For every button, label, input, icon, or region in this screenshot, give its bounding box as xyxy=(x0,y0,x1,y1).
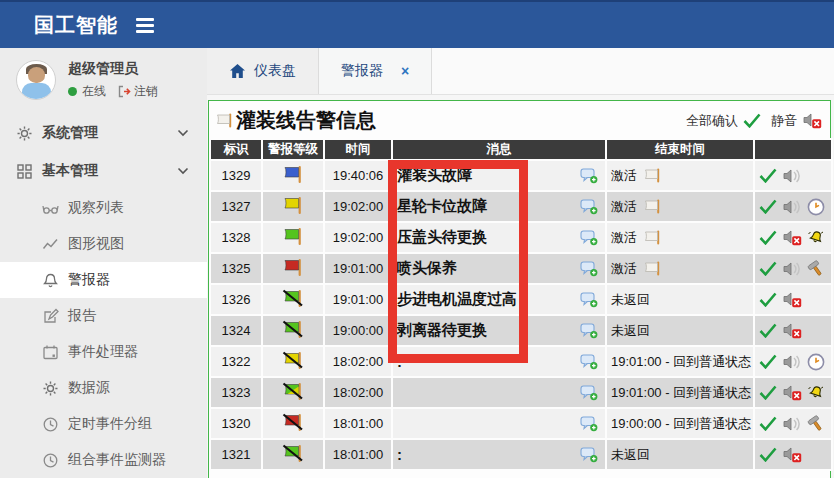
message-bubble-icon[interactable] xyxy=(580,167,599,184)
table-header-row: 标识 警报等级 时间 消息 结束时间 xyxy=(211,140,831,159)
flag-title-icon xyxy=(215,112,234,129)
message-bubble-icon[interactable] xyxy=(580,322,599,339)
sidebar-item-图形视图[interactable]: 图形视图 xyxy=(0,226,207,262)
speaker-muted-icon[interactable] xyxy=(782,384,802,401)
table-row[interactable]: 1325 19:01:00 喷头保养 激活 xyxy=(211,254,831,283)
confirm-all-button[interactable]: 全部确认 xyxy=(686,112,761,130)
sidebar-item-报告[interactable]: 报告 xyxy=(0,298,207,334)
table-row[interactable]: 1323 18:02:00 19:01:00 - 回到普通状态 xyxy=(211,378,831,407)
table-row[interactable]: 1326 19:01:00 步进电机温度过高 未返回 xyxy=(211,285,831,314)
hammer-icon[interactable] xyxy=(807,260,826,277)
row-actions xyxy=(759,168,827,184)
sidebar-item-事件处理器[interactable]: 事件处理器 xyxy=(0,334,207,370)
message-bubble-icon[interactable] xyxy=(580,446,599,463)
chart-icon xyxy=(42,236,59,253)
alarm-time: 19:00:00 xyxy=(325,316,391,345)
alarm-time: 18:01:00 xyxy=(325,409,391,438)
sidebar-item-观察列表[interactable]: 观察列表 xyxy=(0,190,207,226)
sidebar-item-label: 观察列表 xyxy=(68,199,124,217)
alarm-id: 1322 xyxy=(211,347,261,376)
table-row[interactable]: 1324 19:00:00 剥离器待更换 未返回 xyxy=(211,316,831,345)
check-icon[interactable] xyxy=(759,261,777,276)
clock-icon xyxy=(42,452,59,469)
alarm-end-status: 激活 xyxy=(611,260,637,278)
message-bubble-icon[interactable] xyxy=(580,229,599,246)
tab-dashboard[interactable]: 仪表盘 xyxy=(207,48,319,94)
row-actions xyxy=(759,384,827,401)
bell-icon[interactable] xyxy=(807,229,825,246)
speaker-on-icon[interactable] xyxy=(782,168,802,184)
check-icon[interactable] xyxy=(759,447,777,462)
row-actions xyxy=(759,415,827,432)
check-icon[interactable] xyxy=(759,292,777,307)
clock-icon[interactable] xyxy=(807,198,825,216)
avatar[interactable] xyxy=(16,60,56,100)
check-icon[interactable] xyxy=(759,416,777,431)
check-icon[interactable] xyxy=(759,230,777,245)
tab-close-icon[interactable]: × xyxy=(401,63,409,79)
brand-title: 国工智能 xyxy=(34,12,118,39)
row-actions xyxy=(759,353,827,371)
message-bubble-icon[interactable] xyxy=(580,260,599,277)
speaker-on-icon[interactable] xyxy=(782,354,802,370)
message-bubble-icon[interactable] xyxy=(580,353,599,370)
check-icon[interactable] xyxy=(759,385,777,400)
logout-button[interactable]: 注销 xyxy=(117,83,158,100)
sidebar-item-label: 事件处理器 xyxy=(68,343,138,361)
speaker-muted-icon[interactable] xyxy=(782,322,802,339)
row-actions xyxy=(759,322,827,339)
check-icon[interactable] xyxy=(759,199,777,214)
speaker-muted-icon[interactable] xyxy=(782,229,802,246)
col-header-id: 标识 xyxy=(211,140,261,159)
speaker-on-icon[interactable] xyxy=(782,416,802,432)
mute-label: 静音 xyxy=(771,112,797,130)
confirm-all-check-icon xyxy=(743,113,761,128)
message-bubble-icon[interactable] xyxy=(580,291,599,308)
message-bubble-icon[interactable] xyxy=(580,198,599,215)
sidebar-item-定时事件分组[interactable]: 定时事件分组 xyxy=(0,406,207,442)
table-row[interactable]: 1328 19:02:00 压盖头待更换 激活 xyxy=(211,223,831,252)
alarm-time: 19:02:00 xyxy=(325,223,391,252)
table-row[interactable]: 1327 19:02:00 星轮卡位故障 激活 xyxy=(211,192,831,221)
user-name: 超级管理员 xyxy=(68,60,158,78)
table-row[interactable]: 1329 19:40:06 灌装头故障 激活 xyxy=(211,161,831,190)
bell-icon xyxy=(42,272,59,289)
row-actions xyxy=(759,198,827,216)
alarm-id: 1329 xyxy=(211,161,261,190)
check-icon[interactable] xyxy=(759,323,777,338)
check-icon[interactable] xyxy=(759,354,777,369)
alarm-message: 步进电机温度过高 xyxy=(397,290,517,307)
tab-dashboard-label: 仪表盘 xyxy=(254,62,296,80)
bell-icon[interactable] xyxy=(807,384,825,401)
speaker-on-icon[interactable] xyxy=(782,261,802,277)
hamburger-menu-icon[interactable] xyxy=(136,18,154,33)
tab-alarms[interactable]: 警报器 × xyxy=(319,48,432,94)
speaker-on-icon[interactable] xyxy=(782,199,802,215)
alarm-message: 灌装头故障 xyxy=(397,166,472,183)
row-actions xyxy=(759,229,827,246)
table-row[interactable]: 1322 18:02:00 : 19:01:00 - 回到普通状态 xyxy=(211,347,831,376)
clock-icon[interactable] xyxy=(807,353,825,371)
mute-button[interactable]: 静音 xyxy=(771,112,822,130)
sidebar-item-组合事件监测器[interactable]: 组合事件监测器 xyxy=(0,442,207,478)
sidebar-menu: 系统管理基本管理观察列表图形视图警报器报告事件处理器数据源定时事件分组组合事件监… xyxy=(0,114,207,478)
calendar-icon xyxy=(42,344,59,361)
sidebar-item-数据源[interactable]: 数据源 xyxy=(0,370,207,406)
message-bubble-icon[interactable] xyxy=(580,415,599,432)
speaker-muted-icon[interactable] xyxy=(782,446,802,463)
alarm-id: 1328 xyxy=(211,223,261,252)
table-row[interactable]: 1320 18:01:00 19:00:00 - 回到普通状态 xyxy=(211,409,831,438)
table-row[interactable]: 1321 18:01:00 : 未返回 xyxy=(211,440,831,469)
message-bubble-icon[interactable] xyxy=(580,384,599,401)
hammer-icon[interactable] xyxy=(807,415,826,432)
speaker-muted-icon[interactable] xyxy=(782,291,802,308)
row-actions xyxy=(759,291,827,308)
sidebar-item-系统管理[interactable]: 系统管理 xyxy=(0,114,207,152)
alarm-level-flag-icon xyxy=(282,413,304,432)
sidebar-item-基本管理[interactable]: 基本管理 xyxy=(0,152,207,190)
sidebar-item-警报器[interactable]: 警报器 xyxy=(0,262,207,298)
alarm-id: 1325 xyxy=(211,254,261,283)
row-actions xyxy=(759,446,827,463)
alarm-id: 1326 xyxy=(211,285,261,314)
check-icon[interactable] xyxy=(759,168,777,183)
